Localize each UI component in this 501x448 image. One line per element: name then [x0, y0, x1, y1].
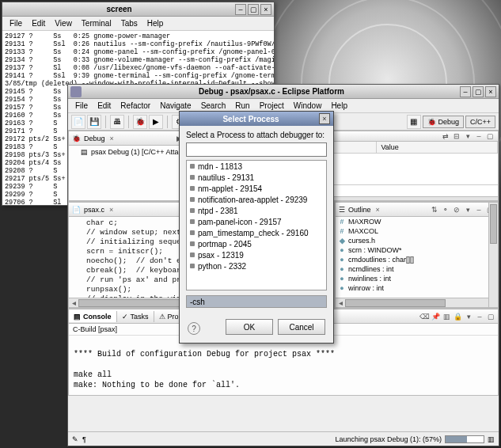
toggle-icon[interactable]: ⇄ [441, 131, 450, 141]
debug-tab[interactable]: Debug [84, 135, 105, 142]
process-item[interactable]: pam-panel-icon - 29157 [187, 216, 326, 227]
process-item[interactable]: psax - 12319 [187, 249, 326, 260]
debug-icon[interactable]: 🐞 [133, 115, 147, 129]
clear-console-icon[interactable]: ⌫ [419, 312, 429, 321]
menu-search[interactable]: Search [197, 100, 230, 112]
maximize-icon[interactable]: ▢ [473, 86, 484, 97]
process-item[interactable]: nautilus - 29131 [187, 172, 326, 183]
tab-close-icon[interactable]: × [110, 135, 114, 142]
new-icon[interactable]: 📄 [71, 115, 85, 129]
view-menu-icon[interactable]: ▾ [463, 131, 473, 141]
vars-col-value[interactable]: Value [377, 142, 499, 153]
menu-tabs[interactable]: Tabs [117, 17, 142, 29]
eclipse-titlebar[interactable]: Debug - psax/psax.c - Eclipse Platform –… [68, 85, 499, 99]
process-item[interactable]: nm-applet - 29154 [187, 183, 326, 194]
minimize-view-icon[interactable]: – [475, 312, 484, 321]
maximize-icon[interactable]: ▢ [248, 4, 259, 15]
process-label: pam_timestamp_check - 29160 [198, 229, 309, 237]
process-item[interactable]: pam_timestamp_check - 29160 [187, 227, 326, 238]
perspective-cpp[interactable]: C/C++ [465, 116, 495, 128]
progress-bar [445, 435, 484, 443]
outline-item[interactable]: #MAXROW [336, 217, 498, 226]
symbol-icon: ● [338, 246, 346, 254]
menu-file[interactable]: File [71, 100, 92, 112]
minimize-view-icon[interactable]: – [474, 131, 484, 141]
progress-details-icon[interactable]: ▥ [488, 435, 495, 443]
terminal-menubar: File Edit View Terminal Tabs Help [2, 17, 274, 31]
outline-item[interactable]: ●cmdoutlines : char[][] [336, 255, 498, 264]
close-icon[interactable]: × [260, 4, 271, 15]
show-whitespace-icon[interactable]: ¶ [82, 435, 86, 443]
dialog-titlebar[interactable]: Select Process × [180, 112, 333, 126]
filter-icon[interactable]: ⚬ [441, 205, 450, 215]
menu-project[interactable]: Project [256, 100, 288, 112]
help-icon[interactable]: ? [188, 322, 200, 335]
outline-item[interactable]: ●scrn : WINDOW* [336, 245, 498, 255]
menu-refactor[interactable]: Refactor [116, 100, 154, 112]
console-output[interactable]: **** Build of configuration Debug for pr… [69, 336, 498, 395]
tasks-tab[interactable]: ✓Tasks [117, 311, 154, 322]
menu-file[interactable]: File [6, 17, 26, 29]
outline-item[interactable]: ●winrow : int [336, 283, 498, 293]
horizontal-scrollbar[interactable]: ◂▸ [336, 298, 498, 307]
menu-help[interactable]: Help [143, 17, 168, 29]
cancel-button[interactable]: Cancel [278, 319, 325, 335]
display-icon[interactable]: ▥ [442, 312, 451, 321]
process-label: notification-area-applet - 29239 [198, 196, 307, 204]
process-icon [190, 208, 195, 213]
tab-close-icon[interactable]: × [376, 206, 380, 214]
sort-icon[interactable]: ⇅ [430, 205, 439, 215]
menu-help[interactable]: Help [327, 100, 351, 112]
menu-terminal[interactable]: Terminal [78, 17, 116, 29]
process-label: nautilus - 29131 [198, 173, 254, 182]
maximize-view-icon[interactable]: ▢ [485, 131, 495, 141]
perspective-debug[interactable]: 🐞 Debug [423, 116, 464, 128]
close-icon[interactable]: × [485, 86, 496, 97]
editor-tab[interactable]: psax.c [84, 206, 104, 214]
process-item[interactable]: python - 2332 [187, 260, 326, 271]
process-filter-input[interactable] [186, 142, 327, 157]
menu-navigate[interactable]: Navigate [156, 100, 195, 112]
process-item[interactable]: notification-area-applet - 29239 [187, 194, 326, 205]
maximize-view-icon[interactable]: ▢ [486, 312, 495, 321]
menu-view[interactable]: View [51, 17, 76, 29]
outline-tab[interactable]: Outline [348, 206, 371, 214]
process-label: ntpd - 2381 [198, 207, 238, 215]
menu-run[interactable]: Run [231, 100, 253, 112]
tab-close-icon[interactable]: × [109, 206, 113, 214]
console-tab[interactable]: ▤Console [69, 311, 117, 322]
close-icon[interactable]: × [319, 113, 330, 124]
outline-item[interactable]: ●nwinlines : int [336, 274, 498, 283]
run-icon[interactable]: ▶ [149, 115, 163, 129]
process-item[interactable]: ntpd - 2381 [187, 205, 326, 216]
symbol-icon: # [338, 218, 346, 226]
pin-console-icon[interactable]: 📌 [431, 312, 440, 321]
print-icon[interactable]: 🖶 [110, 115, 124, 129]
save-icon[interactable]: 💾 [87, 115, 101, 129]
scroll-lock-icon[interactable]: 🔒 [453, 312, 462, 321]
open-perspective-icon[interactable]: ▦ [407, 115, 421, 129]
outline-item[interactable]: #MAXCOL [336, 226, 498, 236]
view-menu-icon[interactable]: ▾ [463, 205, 473, 215]
outline-list[interactable]: #MAXROW#MAXCOL◆curses.h●scrn : WINDOW*●c… [336, 217, 498, 298]
outline-view: ☰ Outline × ⇅ ⚬ ⊘ ▾ – ▢ #MAXROW#MAXCOL◆c… [335, 202, 499, 308]
minimize-icon[interactable]: – [235, 4, 246, 15]
outline-item[interactable]: ●ncmdlines : int [336, 264, 498, 274]
menu-edit[interactable]: Edit [93, 100, 115, 112]
minimize-view-icon[interactable]: – [474, 205, 484, 215]
vertical-scrollbar[interactable] [488, 203, 498, 307]
ok-button[interactable]: OK [226, 319, 273, 335]
terminal-titlebar[interactable]: screen – ▢ × [2, 2, 274, 17]
process-item[interactable]: mdn - 11813 [187, 161, 326, 172]
minimize-icon[interactable]: – [460, 86, 471, 97]
outline-item[interactable]: ◆curses.h [336, 236, 498, 245]
outline-icon: ☰ [339, 206, 345, 214]
menu-edit[interactable]: Edit [28, 17, 49, 29]
menu-window[interactable]: Window [290, 100, 326, 112]
collapse-icon[interactable]: ⊟ [452, 131, 461, 141]
process-item[interactable]: portmap - 2045 [187, 238, 326, 249]
hide-icon[interactable]: ⊘ [452, 205, 461, 215]
outline-label: MAXROW [348, 218, 381, 226]
view-menu-icon[interactable]: ▾ [464, 312, 473, 321]
process-list[interactable]: mdn - 11813nautilus - 29131nm-applet - 2… [186, 160, 327, 290]
